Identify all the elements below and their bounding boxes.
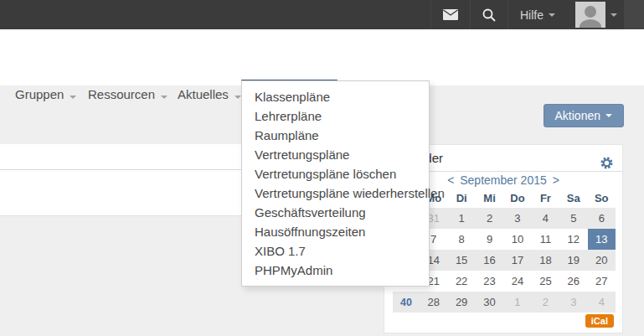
search-icon bbox=[482, 8, 496, 22]
calendar-day[interactable]: 24 bbox=[503, 271, 531, 292]
app-window: Hilfe GruppenRessourcenAktuellesVerwaltu… bbox=[0, 0, 644, 336]
chevron-down-icon bbox=[161, 96, 167, 99]
calendar-day[interactable]: 11 bbox=[532, 229, 559, 250]
dropdown-item[interactable]: Raumpläne bbox=[242, 126, 429, 145]
calendar-day[interactable]: 12 bbox=[559, 229, 587, 250]
calendar-week-row: 402829301234 bbox=[393, 292, 616, 313]
calendar-day[interactable]: 3 bbox=[559, 292, 587, 313]
calendar-day[interactable]: 3 bbox=[503, 208, 531, 229]
calendar-day[interactable]: 26 bbox=[559, 271, 587, 292]
calendar-day[interactable]: 20 bbox=[588, 250, 616, 271]
calendar-day[interactable]: 1 bbox=[503, 292, 531, 313]
dropdown-item[interactable]: Geschäftsverteilung bbox=[242, 203, 429, 222]
user-menu[interactable] bbox=[567, 0, 624, 29]
day-header: So bbox=[588, 188, 616, 208]
calendar-day[interactable]: 16 bbox=[476, 250, 503, 271]
verwaltung-dropdown-menu: KlassenpläneLehrerpläneRaumpläneVertretu… bbox=[241, 80, 430, 287]
aktionen-button[interactable]: Aktionen bbox=[544, 104, 624, 127]
chevron-down-icon bbox=[611, 13, 617, 17]
mail-button[interactable] bbox=[431, 0, 470, 29]
dropdown-item[interactable]: Klassenpläne bbox=[242, 87, 429, 106]
next-month-button[interactable]: > bbox=[550, 173, 562, 187]
month-label: September 2015 bbox=[460, 173, 547, 187]
main-navbar: GruppenRessourcenAktuellesVerwaltung bbox=[0, 29, 644, 85]
dropdown-item[interactable]: Vertretungspläne wiederherstellen bbox=[242, 184, 429, 203]
dropdown-item[interactable]: XIBO 1.7 bbox=[242, 241, 429, 261]
ical-badge[interactable]: iCal bbox=[585, 314, 614, 328]
week-number: 40 bbox=[393, 292, 420, 313]
nav-item-label: Gruppen bbox=[15, 87, 64, 101]
day-header: Sa bbox=[559, 188, 587, 208]
chevron-down-icon bbox=[605, 114, 612, 117]
nav-item-aktuelles[interactable]: Aktuelles bbox=[167, 80, 251, 110]
calendar-day[interactable]: 30 bbox=[476, 292, 503, 313]
user-avatar bbox=[575, 2, 605, 28]
day-header: Fr bbox=[532, 188, 559, 208]
day-header: Mi bbox=[476, 188, 503, 208]
nav-item-ressourcen[interactable]: Ressourcen bbox=[78, 80, 178, 110]
calendar-day[interactable]: 8 bbox=[447, 229, 475, 250]
calendar-day[interactable]: 4 bbox=[588, 292, 616, 313]
calendar-day[interactable]: 2 bbox=[476, 208, 503, 229]
day-header: Do bbox=[503, 188, 531, 208]
dropdown-item[interactable]: Hausöffnungszeiten bbox=[242, 222, 429, 241]
calendar-day[interactable]: 25 bbox=[532, 271, 559, 292]
calendar-day-selected[interactable]: 13 bbox=[588, 229, 616, 250]
dropdown-item[interactable]: PHPMyAdmin bbox=[242, 261, 429, 280]
topbar: Hilfe bbox=[0, 0, 644, 29]
calendar-day[interactable]: 15 bbox=[447, 250, 475, 271]
calendar-day[interactable]: 10 bbox=[503, 229, 531, 250]
calendar-day[interactable]: 28 bbox=[420, 292, 447, 313]
calendar-day[interactable]: 5 bbox=[559, 208, 587, 229]
calendar-day[interactable]: 22 bbox=[447, 271, 475, 292]
mail-icon bbox=[443, 9, 458, 20]
calendar-day[interactable]: 19 bbox=[559, 250, 587, 271]
dropdown-item[interactable]: Lehrerpläne bbox=[242, 106, 429, 126]
calendar-day[interactable]: 1 bbox=[447, 208, 475, 229]
calendar-day[interactable]: 29 bbox=[447, 292, 475, 313]
gear-icon[interactable] bbox=[600, 152, 613, 178]
nav-item-label: Aktuelles bbox=[178, 87, 229, 101]
calendar-day[interactable]: 2 bbox=[532, 292, 559, 313]
aktionen-label: Aktionen bbox=[555, 109, 600, 122]
topbar-end-block bbox=[624, 0, 644, 29]
nav-item-gruppen[interactable]: Gruppen bbox=[5, 80, 86, 110]
chevron-down-icon bbox=[70, 96, 76, 99]
search-button[interactable] bbox=[471, 0, 507, 29]
calendar-day[interactable]: 17 bbox=[503, 250, 531, 271]
calendar-day[interactable]: 18 bbox=[532, 250, 559, 271]
calendar-day[interactable]: 27 bbox=[588, 271, 616, 292]
calendar-day[interactable]: 23 bbox=[476, 271, 503, 292]
help-menu[interactable]: Hilfe bbox=[508, 0, 567, 29]
dropdown-item[interactable]: Vertretungspläne löschen bbox=[242, 164, 429, 184]
calendar-day[interactable]: 6 bbox=[588, 208, 616, 229]
help-label: Hilfe bbox=[520, 8, 544, 22]
calendar-day[interactable]: 9 bbox=[476, 229, 503, 250]
day-header: Di bbox=[447, 188, 475, 208]
calendar-day[interactable]: 4 bbox=[532, 208, 559, 229]
chevron-down-icon bbox=[234, 96, 241, 99]
topbar-actions: Hilfe bbox=[430, 0, 644, 29]
chevron-down-icon bbox=[549, 13, 555, 17]
dropdown-item[interactable]: Vertretungspläne bbox=[242, 145, 429, 164]
nav-item-label: Ressourcen bbox=[88, 87, 155, 101]
prev-month-button[interactable]: < bbox=[445, 173, 456, 187]
